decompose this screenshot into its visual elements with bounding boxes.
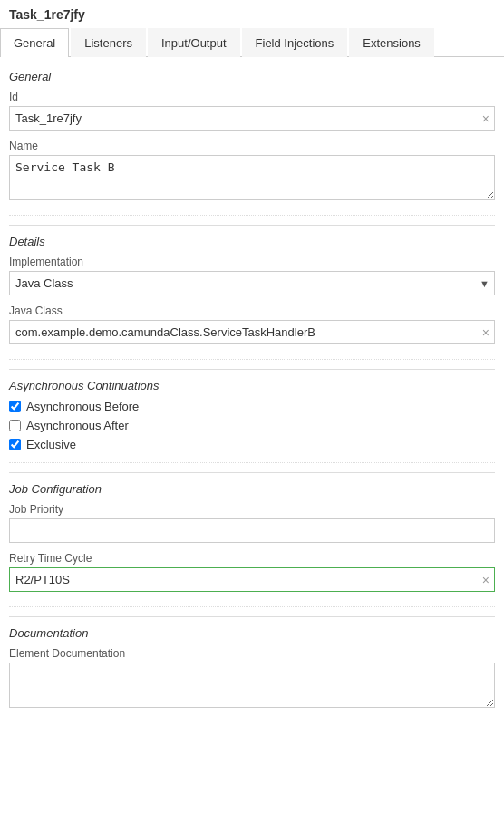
documentation-section: Documentation Element Documentation xyxy=(9,626,495,722)
tab-bar: General Listeners Input/Output Field Inj… xyxy=(0,27,504,57)
divider-4 xyxy=(9,616,495,617)
retry-time-cycle-clear-button[interactable]: × xyxy=(480,574,491,586)
retry-time-cycle-input[interactable] xyxy=(9,567,495,592)
exclusive-group: Exclusive xyxy=(9,438,495,451)
tab-general[interactable]: General xyxy=(0,28,69,57)
implementation-select[interactable]: Java Class Expression Delegate Expressio… xyxy=(9,271,495,295)
async-before-group: Asynchronous Before xyxy=(9,400,495,413)
element-doc-input[interactable] xyxy=(9,663,495,708)
job-priority-label: Job Priority xyxy=(9,503,495,516)
exclusive-checkbox[interactable] xyxy=(9,439,21,450)
element-doc-label: Element Documentation xyxy=(9,647,495,660)
name-label: Name xyxy=(9,140,495,152)
implementation-select-wrap: Java Class Expression Delegate Expressio… xyxy=(9,271,495,295)
tab-listeners[interactable]: Listeners xyxy=(71,28,146,57)
id-input[interactable] xyxy=(9,106,495,131)
job-config-section: Job Configuration Job Priority Retry Tim… xyxy=(9,482,495,607)
general-section-title: General xyxy=(9,70,495,83)
tab-inputoutput[interactable]: Input/Output xyxy=(148,28,240,57)
details-section: Details Implementation Java Class Expres… xyxy=(9,235,495,360)
async-after-checkbox[interactable] xyxy=(9,420,21,431)
tab-fieldinjections[interactable]: Field Injections xyxy=(242,28,348,57)
divider-3 xyxy=(9,472,495,473)
element-doc-field-group: Element Documentation xyxy=(9,647,495,708)
details-section-title: Details xyxy=(9,235,495,248)
retry-time-cycle-label: Retry Time Cycle xyxy=(9,552,495,565)
javaclass-input[interactable] xyxy=(9,320,495,344)
divider-1 xyxy=(9,225,495,226)
implementation-field-group: Implementation Java Class Expression Del… xyxy=(9,256,495,295)
general-section: General Id × Name xyxy=(9,70,495,216)
job-config-section-title: Job Configuration xyxy=(9,482,495,496)
async-before-checkbox[interactable] xyxy=(9,401,21,412)
javaclass-input-wrap: × xyxy=(9,320,495,344)
implementation-label: Implementation xyxy=(9,256,495,268)
async-section-title: Asynchronous Continuations xyxy=(9,379,495,392)
main-content: General Id × Name Details Implementation… xyxy=(0,57,504,735)
retry-time-cycle-input-wrap: × xyxy=(9,567,495,592)
name-field-group: Name xyxy=(9,140,495,200)
name-input-wrap xyxy=(9,155,495,200)
tab-extensions[interactable]: Extensions xyxy=(349,28,434,57)
id-field-group: Id × xyxy=(9,91,495,131)
id-label: Id xyxy=(9,91,495,103)
job-priority-input[interactable] xyxy=(9,518,495,543)
page-title: Task_1re7jfy xyxy=(0,0,504,27)
job-priority-input-wrap xyxy=(9,518,495,543)
job-priority-field-group: Job Priority xyxy=(9,503,495,543)
id-input-wrap: × xyxy=(9,106,495,131)
name-input[interactable] xyxy=(9,155,495,200)
documentation-section-title: Documentation xyxy=(9,626,495,640)
javaclass-clear-button[interactable]: × xyxy=(480,326,491,339)
retry-time-cycle-field-group: Retry Time Cycle × xyxy=(9,552,495,592)
async-after-group: Asynchronous After xyxy=(9,419,495,432)
async-section: Asynchronous Continuations Asynchronous … xyxy=(9,379,495,463)
id-clear-button[interactable]: × xyxy=(480,112,491,125)
element-doc-input-wrap xyxy=(9,663,495,708)
divider-2 xyxy=(9,369,495,370)
javaclass-field-group: Java Class × xyxy=(9,305,495,344)
async-after-label[interactable]: Asynchronous After xyxy=(26,419,129,432)
async-before-label[interactable]: Asynchronous Before xyxy=(26,400,139,413)
exclusive-label[interactable]: Exclusive xyxy=(26,438,76,451)
javaclass-label: Java Class xyxy=(9,305,495,317)
